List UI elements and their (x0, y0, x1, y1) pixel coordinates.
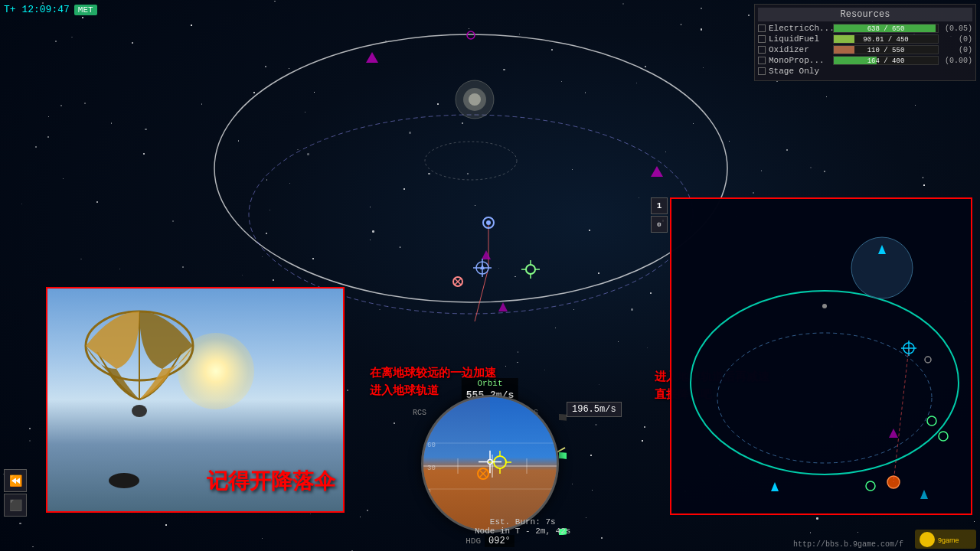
stage-only-row: Stage Only (758, 67, 972, 76)
node-time: Node in T - 2m, 42s (475, 527, 570, 536)
resource-delta-2: (0) (942, 46, 972, 54)
time-hud: T+ 12:09:47 MET (4, 4, 97, 15)
svg-text:9game: 9game (938, 536, 959, 544)
resource-bar-container-1: 90.01 / 450 (833, 34, 939, 44)
parachute-icon (70, 300, 208, 438)
resource-checkbox-3[interactable] (758, 57, 766, 64)
resource-name-3: MonoProp... (769, 56, 830, 65)
resource-row: Oxidizer 110 / 550 (0) (758, 45, 972, 54)
hdg-label: HDG (466, 536, 481, 546)
hdg-value: 092° (485, 535, 514, 547)
resource-name-2: Oxidizer (769, 45, 830, 54)
map-settings-button[interactable]: ⚙ (651, 216, 668, 233)
svg-point-70 (920, 532, 935, 547)
resource-checkbox-2[interactable] (758, 46, 766, 54)
pause-button[interactable]: ⬛ (4, 494, 27, 517)
camera-view: 记得开降落伞 (46, 287, 345, 513)
svg-text:60: 60 (427, 442, 436, 449)
resource-checkbox-1[interactable] (758, 35, 766, 43)
right-panel-buttons[interactable]: 1 ⚙ (651, 197, 668, 233)
orbital-view-panel (670, 197, 972, 515)
left-buttons[interactable]: ⏪ ⬛ (4, 469, 27, 517)
resource-name-1: LiquidFuel (769, 34, 830, 44)
resource-row: MonoProp... 164 / 400 (0.00) (758, 56, 972, 65)
svg-point-28 (132, 405, 147, 417)
bottom-url: http://bbs.b.9game.com/f (793, 540, 903, 549)
camera-background: 记得开降落伞 (47, 289, 343, 511)
resource-row: LiquidFuel 90.01 / 450 (0) (758, 34, 972, 44)
resource-bar-label-2: 110 / 550 (834, 47, 938, 54)
speed-badge: 196.5m/s (567, 402, 622, 417)
svg-text:30: 30 (427, 465, 436, 472)
hdg-display: HDG 092° (421, 535, 559, 547)
nav-ball: 60 30 0 (421, 395, 559, 533)
stage-only-label: Stage Only (769, 67, 819, 76)
resource-delta-3: (0.00) (942, 57, 972, 65)
resource-row: ElectricCh... 638 / 650 (0.05) (758, 24, 972, 33)
resource-bar-container-0: 638 / 650 (833, 24, 939, 33)
camera-chinese-text: 记得开降落伞 (207, 467, 335, 496)
resources-panel: Resources ElectricCh... 638 / 650 (0.05)… (754, 4, 976, 81)
capsule-shadow (109, 473, 139, 488)
stage-only-checkbox[interactable] (758, 67, 766, 75)
resource-bar-container-2: 110 / 550 (833, 45, 939, 54)
rewind-button[interactable]: ⏪ (4, 469, 27, 492)
resource-delta-1: (0) (942, 35, 972, 44)
resource-name-0: ElectricCh... (769, 24, 830, 33)
orbit-label: Orbit (462, 378, 518, 389)
bottom-logo: 9game (915, 530, 976, 549)
camera-mode-button[interactable]: 1 (651, 197, 668, 214)
met-badge: MET (74, 5, 97, 15)
mission-time: T+ 12:09:47 (4, 4, 70, 15)
resources-title[interactable]: Resources (758, 8, 972, 21)
svg-text:0: 0 (427, 487, 431, 494)
resource-checkbox-0[interactable] (758, 24, 766, 32)
resource-delta-0: (0.05) (942, 24, 972, 33)
resource-bar-label-3: 164 / 400 (834, 57, 938, 65)
resource-bar-container-3: 164 / 400 (833, 56, 939, 65)
burn-time: Est. Burn: 7s (475, 517, 570, 527)
burn-info: Est. Burn: 7s Node in T - 2m, 42s (475, 517, 570, 536)
svg-point-69 (488, 460, 492, 465)
orbital-svg (671, 199, 972, 515)
resource-bar-label-0: 638 / 650 (834, 25, 938, 33)
svg-point-45 (822, 304, 827, 308)
resource-bar-label-1: 90.01 / 450 (834, 36, 938, 44)
resource-list: ElectricCh... 638 / 650 (0.05) LiquidFue… (758, 24, 972, 65)
